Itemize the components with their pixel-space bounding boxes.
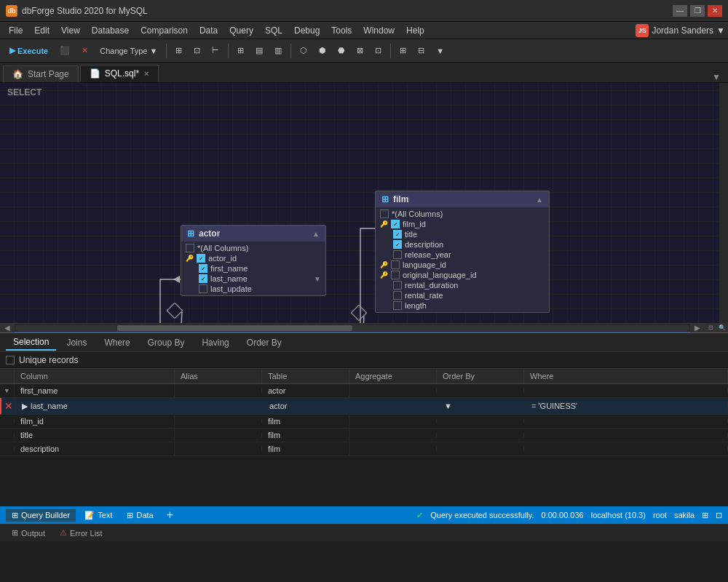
change-type-button[interactable]: Change Type ▼ (95, 42, 162, 60)
film-description[interactable]: description (376, 239, 549, 250)
film-language-id[interactable]: 🔑 language_id (376, 260, 549, 270)
actor-all-chk[interactable] (186, 244, 194, 252)
cell-order-4[interactable] (437, 433, 524, 437)
toolbar-btn-6[interactable]: ▥ (269, 42, 287, 60)
film-all-columns[interactable]: *(All Columns) (376, 209, 549, 219)
tab-selection[interactable]: Selection (6, 335, 56, 351)
toolbar-btn-10[interactable]: ⊠ (352, 42, 368, 60)
row-arrow-4[interactable] (0, 433, 15, 437)
execute-button[interactable]: ▶ Execute (4, 42, 53, 60)
close-button[interactable]: ✕ (708, 5, 722, 17)
toolbar-btn-8[interactable]: ⬢ (314, 42, 331, 60)
cell-agg-1[interactable] (349, 388, 437, 393)
minimize-button[interactable]: — (673, 5, 687, 17)
toolbar-btn-1[interactable]: ⊞ (170, 42, 187, 60)
tab-start-page[interactable]: 🏠 Start Page (3, 65, 79, 82)
cell-alias-2[interactable] (176, 404, 264, 408)
toolbar-btn-5[interactable]: ▤ (250, 42, 268, 60)
film-all-chk[interactable] (380, 210, 389, 218)
qb-vscroll[interactable] (719, 83, 728, 323)
cell-where-5[interactable] (524, 447, 728, 451)
cell-where-1[interactable] (524, 388, 728, 393)
tab-sql[interactable]: 📄 SQL.sql* ✕ (80, 65, 159, 82)
toolbar-btn-2[interactable]: ⊡ (189, 42, 205, 60)
unique-records-chk[interactable] (6, 356, 15, 364)
film-rdur-chk[interactable] (393, 281, 402, 290)
menu-database[interactable]: Database (86, 24, 135, 37)
scroll-expand[interactable]: ⊡ (705, 324, 716, 332)
scroll-search[interactable]: 🔍 (716, 324, 728, 332)
close-tab-icon[interactable]: ✕ (143, 70, 149, 78)
menu-file[interactable]: File (3, 24, 28, 37)
row-arrow-3[interactable] (0, 419, 15, 423)
menu-sql[interactable]: SQL (259, 24, 288, 37)
tabs-dropdown[interactable]: ▼ (708, 72, 725, 82)
film-title-row[interactable]: title (376, 229, 549, 239)
film-desc-chk[interactable] (393, 240, 402, 249)
menu-debug[interactable]: Debug (288, 24, 325, 37)
toolbar-btn-9[interactable]: ⬣ (333, 42, 350, 60)
actor-last-update[interactable]: last_update (181, 284, 325, 294)
qb-hscroll[interactable]: ◀ ▶ ⊡ 🔍 (0, 323, 728, 332)
cell-alias-4[interactable] (175, 433, 262, 437)
cell-alias-1[interactable] (175, 388, 262, 393)
toolbar-btn-7[interactable]: ⬡ (295, 42, 312, 60)
cell-where-4[interactable] (524, 433, 728, 437)
status-icon-2[interactable]: ⊡ (716, 511, 722, 520)
toolbar-btn-14[interactable]: ▼ (431, 42, 449, 60)
qb-tab-active[interactable]: ⊞ Query Builder (6, 509, 76, 522)
cell-alias-3[interactable] (175, 419, 262, 423)
film-orig-language[interactable]: 🔑 original_language_id (376, 270, 549, 280)
actor-all-columns[interactable]: *(All Columns) (181, 243, 325, 253)
maximize-button[interactable]: ❐ (690, 5, 705, 17)
toolbar-btn-11[interactable]: ⊡ (370, 42, 387, 60)
scroll-right[interactable]: ▶ (690, 324, 705, 332)
film-orig-chk[interactable] (391, 271, 400, 279)
tab-joins[interactable]: Joins (59, 335, 94, 350)
delete-icon[interactable]: ✕ (4, 400, 13, 412)
menu-comparison[interactable]: Comparison (135, 24, 194, 37)
cell-order-5[interactable] (437, 447, 524, 451)
menu-data[interactable]: Data (194, 24, 223, 37)
cell-agg-2[interactable] (351, 404, 438, 408)
last-update-chk[interactable] (199, 284, 207, 293)
film-header[interactable]: ⊞ film ▲ (376, 191, 549, 207)
film-release-year[interactable]: release_year (376, 250, 549, 260)
toolbar-btn-4[interactable]: ⊞ (232, 42, 249, 60)
status-icon-1[interactable]: ⊞ (702, 511, 708, 520)
actor-header[interactable]: ⊞ actor ▲ (181, 226, 325, 242)
film-rental-rate[interactable]: rental_rate (376, 290, 549, 300)
scroll-track[interactable] (16, 325, 689, 331)
cell-where-3[interactable] (524, 419, 728, 423)
tab-having[interactable]: Having (194, 335, 236, 350)
cell-agg-5[interactable] (349, 447, 437, 451)
tab-group-by[interactable]: Group By (141, 335, 192, 350)
scroll-thumb[interactable] (117, 325, 352, 331)
cell-order-1[interactable] (437, 388, 524, 393)
cell-agg-3[interactable] (349, 419, 437, 423)
menu-view[interactable]: View (55, 24, 86, 37)
menu-window[interactable]: Window (357, 24, 400, 37)
film-rrate-chk[interactable] (393, 291, 402, 300)
toolbar-btn-13[interactable]: ⊟ (413, 42, 430, 60)
cell-agg-4[interactable] (349, 433, 437, 437)
actor-id-chk[interactable] (197, 254, 205, 263)
film-release-chk[interactable] (393, 250, 402, 259)
menu-tools[interactable]: Tools (325, 24, 357, 37)
actor-actor-id[interactable]: 🔑 actor_id (181, 253, 325, 263)
cell-where-2[interactable]: = 'GUINESS' (526, 399, 728, 412)
film-id-chk[interactable] (391, 220, 400, 228)
film-film-id[interactable]: 🔑 film_id (376, 219, 549, 229)
toolbar-btn-12[interactable]: ⊞ (395, 42, 411, 60)
tab-order-by[interactable]: Order By (240, 335, 289, 350)
film-title-chk[interactable] (393, 230, 402, 239)
first-name-chk[interactable] (199, 264, 207, 273)
actor-first-name[interactable]: first_name (181, 263, 325, 274)
menu-help[interactable]: Help (400, 24, 430, 37)
text-tab[interactable]: 📝 Text (79, 509, 118, 522)
data-tab[interactable]: ⊞ Data (121, 509, 159, 522)
row-arrow-5[interactable] (0, 447, 15, 451)
menu-query[interactable]: Query (223, 24, 259, 37)
menu-edit[interactable]: Edit (28, 24, 55, 37)
last-name-chk[interactable] (199, 274, 207, 283)
